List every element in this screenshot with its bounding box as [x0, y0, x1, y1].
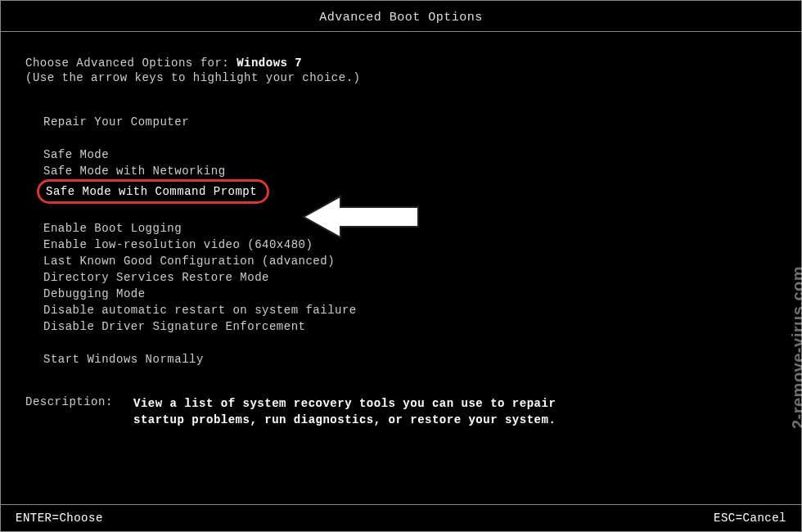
menu-item-safe-mode-cmd[interactable]: Safe Mode with Command Prompt [43, 179, 777, 204]
description-block: Description: View a list of system recov… [25, 395, 777, 428]
menu-item-last-known-good[interactable]: Last Known Good Configuration (advanced) [43, 253, 777, 269]
menu-item-low-res[interactable]: Enable low-resolution video (640x480) [43, 237, 777, 253]
choose-line: Choose Advanced Options for: Windows 7 [25, 56, 777, 70]
menu-item-repair[interactable]: Repair Your Computer [43, 114, 777, 130]
choose-prefix: Choose Advanced Options for: [25, 56, 237, 70]
menu-item-boot-logging[interactable]: Enable Boot Logging [43, 220, 777, 237]
menu-item-start-normally[interactable]: Start Windows Normally [43, 351, 777, 367]
menu-item-ds-restore[interactable]: Directory Services Restore Mode [43, 269, 777, 286]
menu-item-debugging[interactable]: Debugging Mode [43, 286, 777, 302]
footer-enter-hint: ENTER=Choose [16, 512, 103, 525]
description-text: View a list of system recovery tools you… [133, 395, 592, 428]
instruction-text: (Use the arrow keys to highlight your ch… [25, 71, 777, 84]
footer-bar: ENTER=Choose ESC=Cancel [1, 504, 801, 531]
menu-item-safe-mode[interactable]: Safe Mode [43, 147, 777, 163]
title-bar: Advanced Boot Options [1, 1, 801, 31]
footer-esc-hint: ESC=Cancel [714, 512, 786, 525]
boot-menu[interactable]: Repair Your Computer Safe Mode Safe Mode… [25, 114, 777, 367]
os-name: Windows 7 [237, 56, 302, 70]
page-title: Advanced Boot Options [319, 11, 483, 25]
menu-item-disable-restart[interactable]: Disable automatic restart on system fail… [43, 302, 777, 318]
content-area: Choose Advanced Options for: Windows 7 (… [1, 32, 801, 428]
menu-item-safe-mode-networking[interactable]: Safe Mode with Networking [43, 163, 777, 179]
highlighted-selection[interactable]: Safe Mode with Command Prompt [37, 179, 269, 204]
menu-item-disable-driver-sig[interactable]: Disable Driver Signature Enforcement [43, 318, 777, 335]
description-label: Description: [25, 395, 124, 428]
boot-options-screen: Advanced Boot Options Choose Advanced Op… [0, 0, 802, 532]
